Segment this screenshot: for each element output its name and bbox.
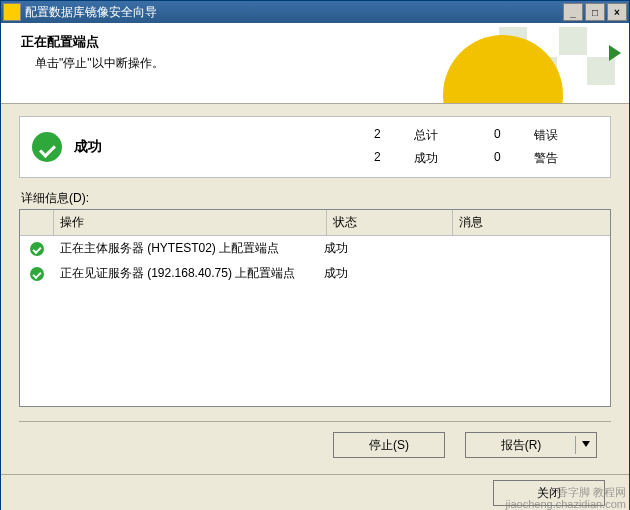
- error-value: 0: [494, 127, 534, 144]
- total-label: 总计: [414, 127, 494, 144]
- details-grid[interactable]: 操作 状态 消息 正在主体服务器 (HYTEST02) 上配置端点 成功 正在见…: [19, 209, 611, 407]
- details-label: 详细信息(D):: [21, 190, 609, 207]
- success-value: 2: [374, 150, 414, 167]
- summary-status: 成功: [74, 138, 374, 156]
- grid-header-message[interactable]: 消息: [453, 210, 610, 235]
- app-icon: [3, 3, 21, 21]
- total-value: 2: [374, 127, 414, 144]
- play-icon: [609, 45, 621, 61]
- row-status: 成功: [320, 239, 447, 258]
- watermark: 香字脚 教程网 jiaocheng.chazidian.com: [506, 486, 626, 510]
- window-title: 配置数据库镜像安全向导: [25, 4, 561, 21]
- minimize-button[interactable]: _: [563, 3, 583, 21]
- titlebar[interactable]: 配置数据库镜像安全向导 _ □ ×: [1, 1, 629, 23]
- grid-header-icon[interactable]: [20, 210, 54, 235]
- success-icon: [32, 132, 62, 162]
- grid-header-operation[interactable]: 操作: [54, 210, 327, 235]
- success-icon: [30, 267, 44, 281]
- wizard-button-row: 停止(S) 报告(R): [19, 421, 611, 468]
- table-row[interactable]: 正在主体服务器 (HYTEST02) 上配置端点 成功: [20, 236, 610, 261]
- maximize-button[interactable]: □: [585, 3, 605, 21]
- row-operation: 正在见证服务器 (192.168.40.75) 上配置端点: [56, 264, 320, 283]
- wizard-window: 配置数据库镜像安全向导 _ □ × 正在配置端点 单击"停止"以中断操作。 成功…: [0, 0, 630, 510]
- row-status: 成功: [320, 264, 447, 283]
- stop-button[interactable]: 停止(S): [333, 432, 445, 458]
- error-label: 错误: [534, 127, 594, 144]
- close-button[interactable]: ×: [607, 3, 627, 21]
- wizard-header: 正在配置端点 单击"停止"以中断操作。: [1, 23, 629, 104]
- warn-label: 警告: [534, 150, 594, 167]
- grid-header: 操作 状态 消息: [20, 210, 610, 236]
- success-icon: [30, 242, 44, 256]
- warn-value: 0: [494, 150, 534, 167]
- summary-stats: 2 总计 0 错误 2 成功 0 警告: [374, 127, 594, 167]
- wizard-body: 成功 2 总计 0 错误 2 成功 0 警告 详细信息(D): 操作 状态 消息: [1, 104, 629, 474]
- grid-header-status[interactable]: 状态: [327, 210, 453, 235]
- table-row[interactable]: 正在见证服务器 (192.168.40.75) 上配置端点 成功: [20, 261, 610, 286]
- row-message: [447, 248, 604, 250]
- window-buttons: _ □ ×: [561, 3, 627, 21]
- report-button[interactable]: 报告(R): [465, 432, 597, 458]
- row-operation: 正在主体服务器 (HYTEST02) 上配置端点: [56, 239, 320, 258]
- success-label: 成功: [414, 150, 494, 167]
- header-decoration: [483, 23, 623, 83]
- row-message: [447, 273, 604, 275]
- summary-panel: 成功 2 总计 0 错误 2 成功 0 警告: [19, 116, 611, 178]
